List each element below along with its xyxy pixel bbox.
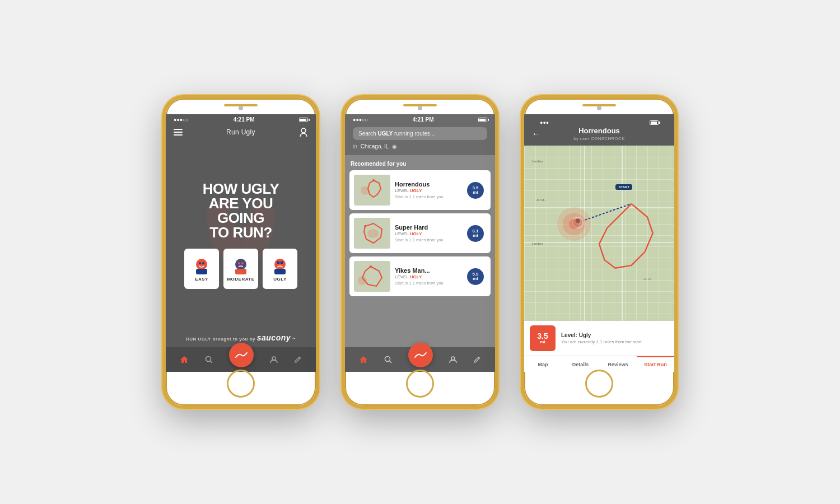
phone-2-tabbar — [345, 347, 495, 372]
easy-face-icon — [193, 256, 211, 274]
p2-search-icon — [384, 356, 392, 363]
svg-point-27 — [367, 229, 379, 238]
route-level-yikes: LEVEL UGLY — [395, 274, 463, 279]
difficulty-moderate[interactable]: MODERATE — [223, 249, 258, 289]
profile-icon[interactable] — [299, 127, 308, 137]
phone-1-screen: ●●●○○ 4:21 PM Run Ugly — [166, 114, 316, 372]
route-svg-yikes — [354, 261, 390, 292]
route-start-horrendous: Start is 1.1 miles from you — [395, 194, 463, 199]
phone-3-route-title: Horrendous — [573, 127, 625, 135]
tab-logo-center[interactable] — [229, 343, 254, 367]
p2-tab-home[interactable] — [359, 356, 368, 363]
distance-unit: mi — [540, 340, 545, 344]
ugly-label: UGLY — [273, 277, 287, 282]
route-dist-horrendous: 3.5 mi — [467, 182, 484, 199]
phone-3-info-bar: 3.5 mi Level: Ugly You are currently 1.1… — [524, 321, 674, 356]
svg-point-21 — [272, 357, 276, 360]
map-route-svg — [524, 146, 674, 321]
tab-profile[interactable] — [270, 356, 278, 363]
back-arrow-icon[interactable]: ← — [532, 129, 540, 138]
in-label: in — [353, 143, 357, 150]
tab-search[interactable] — [205, 356, 213, 363]
p2-tab-profile[interactable] — [449, 356, 457, 363]
p3-signal: ●●● — [540, 120, 549, 125]
route-thumb-horrendous — [354, 175, 390, 206]
phones-container: ●●●○○ 4:21 PM Run Ugly — [151, 84, 689, 420]
difficulty-easy[interactable]: EASY — [184, 249, 219, 289]
route-thumb-superhard — [354, 218, 390, 249]
start-marker: START — [615, 184, 632, 190]
p2-pencil-icon — [473, 356, 481, 363]
svg-rect-12 — [235, 269, 246, 274]
route-name-horrendous: Horrendous — [395, 181, 463, 188]
p3-tab-startrun[interactable]: Start Run — [637, 356, 674, 372]
difficulty-ugly[interactable]: UGLY — [263, 249, 297, 289]
saucony-swoosh: ~ — [292, 335, 296, 342]
route-start-yikes: Start is 1.1 miles from you — [395, 281, 463, 286]
phone-1-vol-down — [162, 171, 164, 188]
phone-1-vol-up — [162, 149, 164, 166]
p3-tab-reviews[interactable]: Reviews — [599, 356, 637, 372]
tab-home[interactable] — [180, 356, 189, 363]
menu-icon[interactable] — [174, 129, 183, 136]
route-name-yikes: Yikes Man... — [395, 267, 463, 274]
status-icons — [299, 118, 308, 122]
phone-3: ●●● ← Horrendous by user CONSCHROCK — [521, 95, 678, 409]
p3-tab-map[interactable]: Map — [524, 356, 562, 372]
p2-tab-logo[interactable] — [408, 343, 433, 367]
phone-1-status-bar: ●●●○○ 4:21 PM — [166, 114, 316, 124]
phone-2-route-list: Recomended for you Horrend — [345, 155, 495, 347]
svg-point-13 — [274, 259, 286, 270]
phone-2-status-bar: ●●●○○ 4:21 PM — [345, 114, 495, 124]
phone-1-navbar: Run Ugly — [166, 124, 316, 141]
battery-icon — [299, 118, 308, 122]
battery-fill — [300, 119, 306, 121]
svg-point-19 — [206, 357, 211, 362]
home-icon — [180, 356, 189, 363]
svg-point-6 — [199, 262, 201, 264]
phone-2-screen: ●●●○○ 4:21 PM Search UGLY running routes… — [345, 114, 495, 372]
moderate-label: MODERATE — [227, 277, 254, 282]
route-card-yikes[interactable]: Yikes Man... LEVEL UGLY Start is 1.1 mil… — [349, 256, 491, 296]
hero-headline: HOW UGLY ARE YOU GOING TO RUN? — [203, 181, 279, 240]
svg-point-31 — [385, 357, 390, 362]
p2-battery-icon — [478, 118, 487, 122]
svg-point-33 — [451, 357, 455, 360]
moderate-face-icon — [232, 256, 250, 274]
p2-tab-search[interactable] — [384, 356, 392, 363]
distance-badge: 3.5 mi — [530, 325, 556, 351]
svg-point-7 — [202, 262, 204, 264]
svg-point-24 — [361, 186, 370, 195]
phone-2-power — [497, 160, 498, 188]
search-icon — [205, 356, 213, 363]
tab-edit[interactable] — [294, 356, 302, 363]
location-row: in Chicago, IL ◉ — [353, 143, 487, 150]
p2-user-icon — [449, 356, 457, 363]
p2-tab-edit[interactable] — [473, 356, 481, 363]
p3-tab-details[interactable]: Details — [562, 356, 599, 372]
route-start-superhard: Start is 1.1 miles from you — [395, 237, 463, 242]
route-name-superhard: Super Hard — [395, 224, 463, 231]
phone-1-content: ●●●○○ 4:21 PM Run Ugly — [166, 114, 316, 372]
section-title: Recomended for you — [349, 161, 491, 167]
svg-point-23 — [372, 179, 375, 181]
phone-3-content: ●●● ← Horrendous by user CONSCHROCK — [524, 114, 674, 372]
route-card-horrendous[interactable]: Horrendous LEVEL UGLY Start is 1.1 miles… — [349, 170, 491, 210]
phone-3-power — [676, 160, 678, 188]
svg-point-10 — [238, 262, 240, 264]
phone-2-vol-up — [342, 149, 343, 166]
level-text: Level: Ugly — [561, 332, 642, 338]
search-input-box[interactable]: Search UGLY running routes... — [353, 127, 487, 140]
phone-3-map[interactable]: Jember Jl. Ot... Jember Jl. 17 — [524, 146, 674, 321]
phone-3-title-group: Horrendous by user CONSCHROCK — [573, 127, 625, 141]
svg-point-11 — [241, 262, 244, 264]
phone-1-camera — [239, 106, 243, 110]
brand-name: saucony — [257, 333, 291, 342]
p2-logo-icon — [414, 352, 427, 358]
location-pin-icon: ◉ — [392, 143, 397, 150]
route-info-text: Level: Ugly You are currently 1.1 miles … — [561, 332, 642, 344]
route-info-horrendous: Horrendous LEVEL UGLY Start is 1.1 miles… — [395, 181, 463, 199]
distance-value: 3.5 — [537, 332, 548, 340]
city-name: Chicago, IL — [361, 143, 389, 150]
route-card-superhard[interactable]: Super Hard LEVEL UGLY Start is 1.1 miles… — [349, 213, 491, 253]
